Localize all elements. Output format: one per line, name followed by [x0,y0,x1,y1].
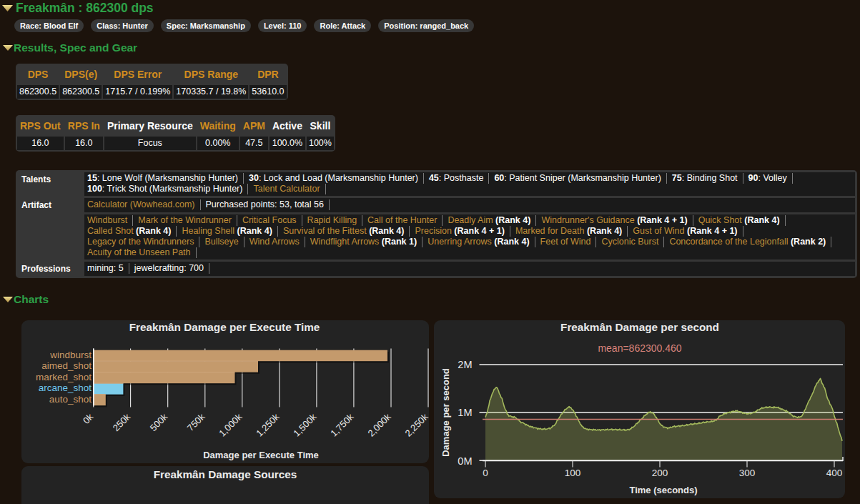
svg-text:Damage per second: Damage per second [440,368,451,457]
svg-text:Freakmân Damage per Execute Ti: Freakmân Damage per Execute Time [129,321,320,333]
svg-text:marked_shot: marked_shot [36,372,92,382]
svg-text:0: 0 [483,468,488,478]
svg-text:2,250k: 2,250k [402,411,429,439]
svg-text:400: 400 [826,468,843,478]
svg-text:1,000k: 1,000k [217,411,244,439]
svg-text:1M: 1M [458,407,472,418]
svg-text:auto_shot: auto_shot [49,394,92,405]
svg-text:750k: 750k [185,411,207,433]
svg-text:100: 100 [565,468,581,478]
svg-text:Damage per Execute Time: Damage per Execute Time [203,450,319,460]
svg-text:Freakmân Damage per second: Freakmân Damage per second [560,321,719,333]
svg-text:Time (seconds): Time (seconds) [629,485,697,495]
svg-text:0M: 0M [458,455,472,467]
svg-text:2,000k: 2,000k [365,411,393,439]
svg-text:200: 200 [652,468,668,478]
svg-text:1,500k: 1,500k [291,411,319,439]
svg-text:1,750k: 1,750k [328,411,356,439]
svg-text:0k: 0k [81,411,96,426]
svg-text:1,250k: 1,250k [254,411,282,439]
svg-text:500k: 500k [148,411,170,433]
svg-text:250k: 250k [111,411,133,433]
svg-text:300: 300 [739,468,756,478]
svg-text:aimed_shot: aimed_shot [41,360,92,371]
svg-text:arcane_shot: arcane_shot [39,382,92,393]
svg-text:2M: 2M [458,359,472,370]
svg-text:windburst: windburst [49,350,92,360]
svg-text:mean=862300.460: mean=862300.460 [598,342,681,354]
